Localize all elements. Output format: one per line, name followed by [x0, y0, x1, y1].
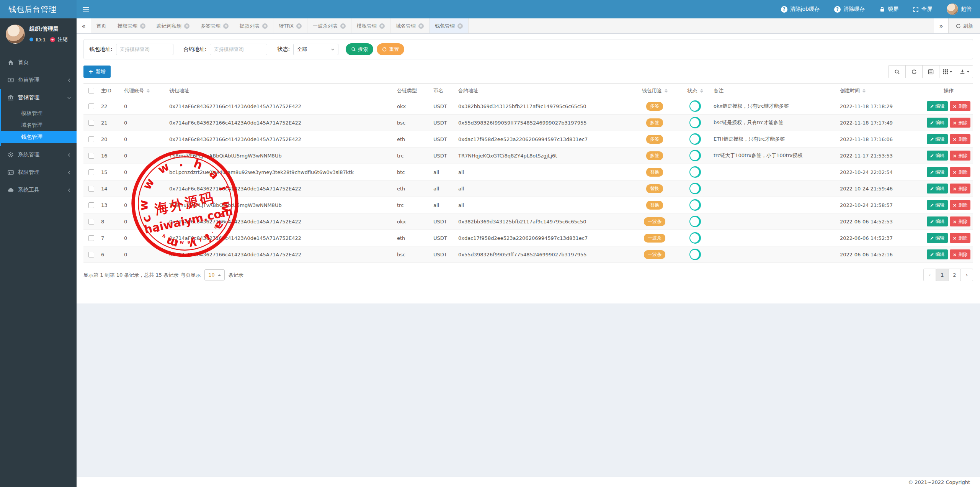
- tab-close-icon[interactable]: ×: [418, 23, 424, 29]
- row-checkbox[interactable]: [88, 103, 94, 109]
- edit-button[interactable]: 编辑: [927, 184, 948, 193]
- lock-screen-button[interactable]: 锁屏: [879, 6, 898, 13]
- column-header-usage[interactable]: 钱包用途: [630, 87, 679, 94]
- edit-button[interactable]: 编辑: [927, 233, 948, 243]
- status-toggle[interactable]: [689, 166, 701, 178]
- search-button[interactable]: 搜索: [346, 43, 373, 55]
- table-search-button[interactable]: [889, 66, 905, 78]
- tab[interactable]: 转TRX ×: [273, 18, 307, 33]
- status-toggle[interactable]: [689, 249, 701, 260]
- detail-view-button[interactable]: [922, 66, 939, 78]
- tab[interactable]: 助记词私钥 ×: [151, 18, 195, 33]
- delete-button[interactable]: × 删除: [950, 216, 971, 226]
- delete-button[interactable]: × 删除: [950, 200, 971, 210]
- sidebar-item[interactable]: 鱼苗管理: [0, 71, 77, 89]
- sort-icon[interactable]: [700, 89, 703, 93]
- sidebar-item[interactable]: 系统工具: [0, 181, 77, 199]
- status-toggle[interactable]: [689, 183, 701, 194]
- sidebar-item[interactable]: 首页: [0, 54, 77, 71]
- delete-button[interactable]: × 删除: [950, 118, 971, 128]
- edit-button[interactable]: 编辑: [927, 118, 948, 128]
- tabs-scroll-left-button[interactable]: «: [77, 18, 91, 33]
- status-toggle[interactable]: [689, 100, 701, 112]
- row-checkbox[interactable]: [88, 186, 94, 192]
- row-checkbox[interactable]: [88, 120, 94, 126]
- row-checkbox[interactable]: [88, 136, 94, 142]
- refresh-tab-button[interactable]: 刷新: [949, 18, 980, 33]
- tab[interactable]: 多签管理 ×: [195, 18, 234, 33]
- tab-close-icon[interactable]: ×: [184, 23, 189, 29]
- page-number-button[interactable]: 1: [936, 269, 949, 281]
- edit-button[interactable]: 编辑: [927, 101, 948, 111]
- per-page-select[interactable]: 10: [204, 269, 225, 280]
- row-checkbox[interactable]: [88, 153, 94, 159]
- row-checkbox[interactable]: [88, 235, 94, 241]
- reset-button[interactable]: 重置: [377, 43, 404, 55]
- sidebar-subitem[interactable]: 钱包管理: [1, 131, 77, 143]
- edit-button[interactable]: 编辑: [927, 167, 948, 177]
- tab-close-icon[interactable]: ×: [340, 23, 346, 29]
- sidebar-subitem[interactable]: 域名管理: [1, 119, 77, 131]
- tab-close-icon[interactable]: ×: [223, 23, 229, 29]
- sort-icon[interactable]: [862, 89, 866, 93]
- status-toggle[interactable]: [689, 117, 701, 128]
- next-page-button[interactable]: ›: [960, 269, 973, 281]
- column-header-created[interactable]: 创建时间: [838, 87, 926, 94]
- contract-address-input[interactable]: [210, 44, 267, 55]
- row-checkbox[interactable]: [88, 169, 94, 175]
- sidebar-item[interactable]: 权限管理: [0, 164, 77, 181]
- topbar-user[interactable]: 超管: [947, 3, 972, 15]
- columns-button[interactable]: [939, 66, 956, 78]
- delete-button[interactable]: × 删除: [950, 134, 971, 144]
- app-logo[interactable]: 钱包后台管理: [0, 0, 77, 18]
- status-select[interactable]: 全部: [293, 44, 338, 55]
- add-button[interactable]: + 新增: [83, 66, 111, 78]
- fullscreen-button[interactable]: 全屏: [913, 6, 932, 13]
- tab-close-icon[interactable]: ×: [296, 23, 302, 29]
- tab[interactable]: 首页: [91, 18, 112, 33]
- delete-button[interactable]: × 删除: [950, 151, 971, 161]
- edit-button[interactable]: 编辑: [927, 200, 948, 210]
- clear-job-cache-button[interactable]: ? 清除job缓存: [781, 6, 820, 13]
- clear-cache-button[interactable]: ? 清除缓存: [834, 6, 865, 13]
- tab-close-icon[interactable]: ×: [457, 23, 463, 29]
- tab[interactable]: 模板管理 ×: [351, 18, 390, 33]
- table-refresh-button[interactable]: [905, 66, 922, 78]
- sidebar-item[interactable]: 营销管理: [1, 89, 77, 107]
- sidebar-toggle-button[interactable]: [77, 0, 95, 18]
- tab-close-icon[interactable]: ×: [262, 23, 268, 29]
- tabs-scroll-right-button[interactable]: »: [934, 18, 949, 33]
- tab-close-icon[interactable]: ×: [140, 23, 145, 29]
- edit-button[interactable]: 编辑: [927, 134, 948, 144]
- edit-button[interactable]: 编辑: [927, 216, 948, 226]
- status-toggle[interactable]: [689, 150, 701, 161]
- delete-button[interactable]: × 删除: [950, 249, 971, 259]
- export-button[interactable]: [956, 66, 973, 78]
- logout-link[interactable]: 注销: [58, 36, 68, 43]
- row-checkbox[interactable]: [88, 219, 94, 225]
- prev-page-button[interactable]: ‹: [923, 269, 936, 281]
- sidebar-item[interactable]: 系统管理: [0, 146, 77, 164]
- status-toggle[interactable]: [689, 232, 701, 244]
- delete-button[interactable]: × 删除: [950, 167, 971, 177]
- tab[interactable]: 一波杀列表 ×: [307, 18, 351, 33]
- row-checkbox[interactable]: [88, 252, 94, 257]
- column-header-agent[interactable]: 代理账号: [122, 87, 167, 94]
- wallet-address-input[interactable]: [116, 44, 173, 55]
- select-all-checkbox[interactable]: [88, 88, 94, 93]
- column-header-status[interactable]: 状态: [679, 87, 711, 94]
- tab[interactable]: 授权管理 ×: [112, 18, 151, 33]
- tab-close-icon[interactable]: ×: [379, 23, 385, 29]
- page-number-button[interactable]: 2: [948, 269, 961, 281]
- status-toggle[interactable]: [689, 199, 701, 211]
- status-toggle[interactable]: [689, 133, 701, 145]
- delete-button[interactable]: × 删除: [950, 101, 971, 111]
- row-checkbox[interactable]: [88, 202, 94, 208]
- status-toggle[interactable]: [689, 216, 701, 227]
- sort-icon[interactable]: [147, 89, 150, 93]
- edit-button[interactable]: 编辑: [927, 151, 948, 161]
- tab[interactable]: 钱包管理 ×: [430, 18, 469, 33]
- tab[interactable]: 提款列表 ×: [234, 18, 273, 33]
- sidebar-subitem[interactable]: 模板管理: [1, 107, 77, 119]
- sort-icon[interactable]: [665, 89, 668, 93]
